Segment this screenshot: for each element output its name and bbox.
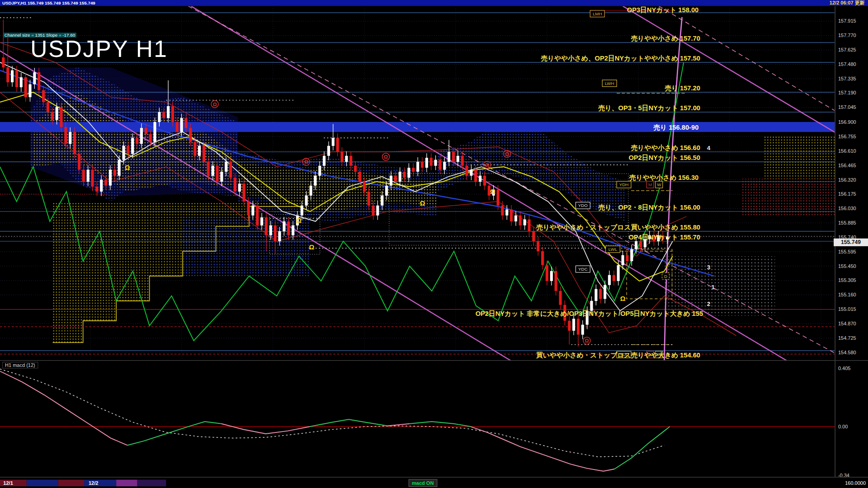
svg-text:売りやや小さめ 156.60: 売りやや小さめ 156.60 bbox=[631, 144, 700, 151]
price-tick: 154.580 bbox=[838, 350, 856, 355]
svg-text:LWH: LWH bbox=[605, 81, 614, 86]
svg-text:M: M bbox=[648, 182, 652, 187]
macd-main-line bbox=[471, 427, 614, 471]
svg-text:YDH: YDH bbox=[619, 182, 629, 187]
chart-title: USDJPY,H1 155.749 155.749 155.749 155.74… bbox=[2, 0, 95, 5]
svg-text:Ω: Ω bbox=[304, 159, 308, 164]
price-tick: 155.160 bbox=[838, 292, 856, 298]
update-timestamp: 12/2 06:07 更新 bbox=[830, 0, 865, 6]
svg-text:Ω: Ω bbox=[213, 102, 217, 107]
price-tick: 157.915 bbox=[838, 18, 856, 23]
price-tick: 157.045 bbox=[838, 104, 856, 110]
price-tick: 156.755 bbox=[838, 134, 856, 139]
title-bar: USDJPY,H1 155.749 155.749 155.749 155.74… bbox=[0, 0, 868, 6]
price-tick: 156.610 bbox=[838, 148, 856, 154]
svg-text:買いやや小さめ・ストップロス売りやや大きめ 154.60: 買いやや小さめ・ストップロス売りやや大きめ 154.60 bbox=[536, 352, 700, 359]
svg-text:LWL: LWL bbox=[609, 247, 618, 252]
macd-panel: H1 macd (12) 0.4050.00-0.34 bbox=[0, 360, 868, 477]
price-tick: 156.030 bbox=[838, 206, 856, 211]
svg-text:W: W bbox=[657, 182, 661, 187]
price-tick: 156.465 bbox=[838, 163, 856, 168]
svg-text:売り 157.20: 売り 157.20 bbox=[665, 84, 700, 92]
svg-text:Ω: Ω bbox=[505, 151, 509, 157]
session-segment bbox=[58, 480, 85, 487]
watermark: USDJPY H1 bbox=[30, 36, 168, 63]
current-price-value: 155.749 bbox=[841, 239, 861, 245]
macd-chart-area[interactable] bbox=[0, 361, 835, 477]
macd-signal-line bbox=[0, 369, 664, 457]
price-tick: 155.885 bbox=[838, 220, 856, 225]
price-tick: 156.900 bbox=[838, 119, 856, 125]
svg-text:売りやや小さめ・ストップロス買いやや小さめ 155.80: 売りやや小さめ・ストップロス買いやや小さめ 155.80 bbox=[536, 224, 700, 231]
macd-axis[interactable]: 0.4050.00-0.34 bbox=[835, 361, 868, 477]
svg-text:売り、OP3・5日NYカット 157.00: 売り、OP3・5日NYカット 157.00 bbox=[598, 104, 700, 112]
price-tick: 155.305 bbox=[838, 278, 856, 283]
svg-text:Ω: Ω bbox=[420, 200, 425, 207]
session-segment bbox=[116, 480, 137, 487]
price-tick: 157.770 bbox=[838, 33, 856, 38]
svg-text:売り 156.80-90: 売り 156.80-90 bbox=[653, 124, 698, 131]
svg-text:1: 1 bbox=[711, 284, 715, 291]
session-segment bbox=[137, 480, 166, 487]
price-tick: 157.335 bbox=[838, 76, 856, 81]
svg-text:Ω: Ω bbox=[125, 164, 130, 171]
macd-main-line bbox=[310, 419, 387, 427]
svg-text:Ω: Ω bbox=[485, 162, 489, 168]
trading-chart-window: USDJPY,H1 155.749 155.749 155.749 155.74… bbox=[0, 0, 868, 488]
date-label-12-2: 12/2 bbox=[89, 480, 98, 486]
price-tick: 157.190 bbox=[838, 90, 856, 96]
svg-text:LMH: LMH bbox=[593, 11, 602, 16]
macd-axis-value: 0.405 bbox=[838, 366, 851, 371]
timeline-bar: 12/1 12/2 macd ON 160.0000 bbox=[0, 477, 868, 488]
macd-toggle-button[interactable]: macd ON bbox=[409, 479, 437, 487]
svg-text:売りやや小さめ、OP2日NYカットやや小さめ 157.50: 売りやや小さめ、OP2日NYカットやや小さめ 157.50 bbox=[541, 55, 700, 62]
main-chart-panel: ΩΩΩΩΩΩΩΩΩΩΩΩLMHLWHYDHMWYDOLWLYDCDYDLMW43… bbox=[0, 6, 868, 360]
price-tick: 154.870 bbox=[838, 321, 856, 326]
svg-text:Ω: Ω bbox=[490, 188, 495, 195]
svg-text:3: 3 bbox=[707, 264, 710, 271]
svg-text:Ω: Ω bbox=[384, 154, 388, 160]
svg-text:売り、OP2・8日NYカット 156.00: 売り、OP2・8日NYカット 156.00 bbox=[598, 204, 700, 211]
macd-axis-value: 0.00 bbox=[838, 424, 848, 429]
price-tick: 155.450 bbox=[838, 263, 856, 269]
price-tick: 156.175 bbox=[838, 192, 856, 197]
svg-text:D: D bbox=[664, 274, 667, 279]
svg-text:OP2日NYカット 156.50: OP2日NYカット 156.50 bbox=[628, 154, 700, 161]
session-segment bbox=[27, 480, 58, 487]
price-tick: 155.595 bbox=[838, 249, 856, 254]
svg-text:OP3日NYカット 158.00: OP3日NYカット 158.00 bbox=[627, 6, 699, 14]
svg-text:2: 2 bbox=[707, 300, 710, 307]
price-tick: 155.015 bbox=[838, 306, 856, 312]
svg-text:Ω: Ω bbox=[309, 244, 314, 251]
svg-text:4: 4 bbox=[707, 145, 711, 151]
current-price-box: 155.749 bbox=[834, 239, 868, 246]
svg-text:Ω: Ω bbox=[296, 217, 302, 224]
ichimoku-cloud-layer bbox=[30, 67, 835, 343]
date-label-12-1: 12/1 bbox=[3, 480, 13, 486]
svg-text:売りやや小さめ 156.30: 売りやや小さめ 156.30 bbox=[629, 174, 699, 181]
price-axis[interactable]: 157.915157.770157.625157.480157.335157.1… bbox=[835, 6, 868, 360]
svg-text:OP2日NYカット 非常に大きめ/OP3日NYカット/OP5: OP2日NYカット 非常に大きめ/OP3日NYカット/OP5日NYカット大きめ … bbox=[476, 310, 703, 318]
macd-main-line bbox=[614, 427, 670, 469]
svg-text:売りやや小さめ 157.70: 売りやや小さめ 157.70 bbox=[631, 35, 700, 42]
svg-text:YDO: YDO bbox=[578, 203, 588, 208]
price-tick: 157.625 bbox=[838, 47, 856, 52]
svg-text:OP4日NYカット 155.70: OP4日NYカット 155.70 bbox=[628, 234, 700, 241]
price-tick: 154.725 bbox=[838, 335, 856, 341]
price-tick: 157.480 bbox=[838, 61, 856, 67]
corner-value: 160.0000 bbox=[845, 480, 866, 486]
macd-indicator-label: H1 macd (12) bbox=[2, 362, 38, 369]
macd-main-line bbox=[222, 424, 310, 434]
macd-main-line bbox=[0, 371, 127, 446]
svg-text:Ω: Ω bbox=[585, 338, 589, 343]
svg-text:Ω: Ω bbox=[620, 295, 626, 302]
svg-text:YDC: YDC bbox=[578, 267, 588, 272]
macd-main-line bbox=[410, 422, 471, 427]
price-tick: 156.320 bbox=[838, 177, 856, 183]
